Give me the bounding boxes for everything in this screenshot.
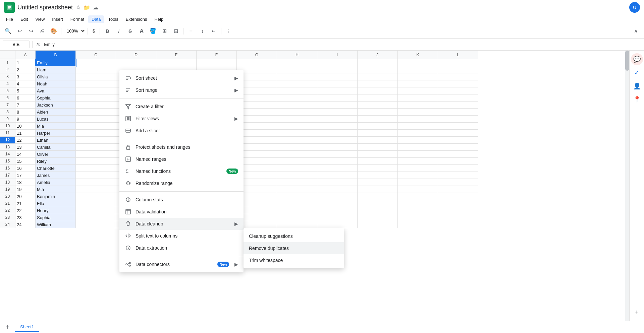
remove-duplicates-item[interactable]: Remove duplicates xyxy=(244,242,344,254)
row-number[interactable]: 13 xyxy=(0,144,15,151)
cell[interactable] xyxy=(76,87,116,94)
cell[interactable]: Jackson xyxy=(36,102,76,109)
col-header-d[interactable]: D xyxy=(116,51,156,59)
cell[interactable] xyxy=(358,102,398,109)
cell[interactable]: 7 xyxy=(15,102,36,109)
col-header-e[interactable]: E xyxy=(156,51,197,59)
cell[interactable] xyxy=(398,130,438,137)
cell[interactable]: Camila xyxy=(36,144,76,151)
row-number[interactable]: 14 xyxy=(0,151,15,158)
cell[interactable]: Mia xyxy=(36,186,76,193)
row-number[interactable]: 10 xyxy=(0,123,15,130)
cell[interactable] xyxy=(438,130,478,137)
cell[interactable] xyxy=(317,80,358,87)
cell[interactable] xyxy=(317,158,358,165)
fill-color-button[interactable]: 🪣 xyxy=(148,26,158,37)
cell[interactable] xyxy=(156,59,197,66)
menu-extensions[interactable]: Extensions xyxy=(122,15,151,23)
cell[interactable] xyxy=(76,73,116,80)
cell[interactable] xyxy=(277,221,317,228)
sidebar-maps-icon[interactable]: 📍 xyxy=(631,93,643,106)
cell[interactable]: Emily xyxy=(36,59,76,66)
named-ranges-item[interactable]: Named ranges xyxy=(119,153,244,165)
row-number[interactable]: 19 xyxy=(0,186,15,193)
zoom-select[interactable]: 100% xyxy=(63,27,86,35)
menu-help[interactable]: Help xyxy=(151,15,167,23)
cell[interactable] xyxy=(317,66,358,73)
cell[interactable] xyxy=(358,214,398,221)
cell[interactable] xyxy=(438,59,478,66)
cell[interactable] xyxy=(317,130,358,137)
strikethrough-button[interactable]: S xyxy=(125,26,136,37)
cell[interactable] xyxy=(277,66,317,73)
cell[interactable] xyxy=(358,172,398,179)
cell[interactable] xyxy=(76,158,116,165)
cell[interactable]: 3 xyxy=(15,73,36,80)
row-number[interactable]: 9 xyxy=(0,116,15,123)
cell[interactable] xyxy=(438,221,478,228)
cell[interactable]: Olivia xyxy=(36,73,76,80)
col-header-g[interactable]: G xyxy=(237,51,277,59)
cell[interactable]: 21 xyxy=(15,200,36,207)
cell[interactable] xyxy=(398,66,438,73)
cell[interactable] xyxy=(277,165,317,172)
row-number[interactable]: 22 xyxy=(0,207,15,214)
cell[interactable] xyxy=(277,137,317,144)
cell[interactable] xyxy=(358,87,398,94)
data-extraction-item[interactable]: Data extraction xyxy=(119,242,244,254)
cell[interactable]: Henry xyxy=(36,207,76,214)
col-header-a[interactable]: A xyxy=(15,51,36,59)
row-number[interactable]: 23 xyxy=(0,214,15,221)
cell[interactable] xyxy=(398,116,438,123)
data-connectors-item[interactable]: Data connectors New ▶ xyxy=(119,258,244,270)
sort-range-item[interactable]: Sort range ▶ xyxy=(119,84,244,96)
sheet-tab-1[interactable]: Sheet1 xyxy=(15,322,39,332)
row-number[interactable]: 21 xyxy=(0,200,15,207)
menu-tools[interactable]: Tools xyxy=(105,15,121,23)
cell[interactable] xyxy=(76,66,116,73)
halign-button[interactable]: ≡ xyxy=(185,26,196,37)
cell[interactable] xyxy=(317,116,358,123)
cell[interactable] xyxy=(76,172,116,179)
row-number[interactable]: 16 xyxy=(0,165,15,172)
cell[interactable] xyxy=(438,116,478,123)
cell[interactable] xyxy=(277,87,317,94)
bold-button[interactable]: B xyxy=(102,26,113,37)
cell-reference-input[interactable] xyxy=(3,41,30,48)
cell[interactable]: 22 xyxy=(15,207,36,214)
cell[interactable] xyxy=(438,137,478,144)
col-header-l[interactable]: L xyxy=(438,51,478,59)
add-sheet-button[interactable]: + xyxy=(3,323,12,332)
sidebar-add-icon[interactable]: + xyxy=(631,306,643,318)
cell[interactable] xyxy=(277,200,317,207)
more-button[interactable]: ⋮ xyxy=(223,26,234,37)
row-number[interactable]: 24 xyxy=(0,221,15,228)
column-stats-item[interactable]: Column stats xyxy=(119,194,244,206)
folder-icon[interactable]: 📁 xyxy=(84,4,90,11)
cell[interactable] xyxy=(317,200,358,207)
cell[interactable] xyxy=(76,165,116,172)
sort-sheet-item[interactable]: Sort sheet ▶ xyxy=(119,72,244,84)
cell[interactable] xyxy=(398,193,438,200)
cell[interactable] xyxy=(237,59,277,66)
cell[interactable]: 19 xyxy=(15,186,36,193)
cell[interactable]: 1 xyxy=(15,59,36,66)
print-button[interactable]: 🖨 xyxy=(37,26,48,37)
cell[interactable]: James xyxy=(36,172,76,179)
cell[interactable] xyxy=(438,94,478,102)
cell[interactable]: 8 xyxy=(15,109,36,116)
italic-button[interactable]: I xyxy=(113,26,124,37)
cell[interactable] xyxy=(76,130,116,137)
cell[interactable] xyxy=(438,66,478,73)
cell[interactable] xyxy=(76,116,116,123)
cell[interactable]: 4 xyxy=(15,80,36,87)
cell[interactable] xyxy=(358,130,398,137)
cell[interactable]: 12 xyxy=(15,137,36,144)
row-number[interactable]: 17 xyxy=(0,172,15,179)
cell[interactable] xyxy=(358,123,398,130)
menu-insert[interactable]: Insert xyxy=(49,15,66,23)
cell[interactable]: 5 xyxy=(15,87,36,94)
cell[interactable] xyxy=(398,80,438,87)
cleanup-suggestions-item[interactable]: Cleanup suggestions xyxy=(244,230,344,242)
data-validation-item[interactable]: Data validation xyxy=(119,206,244,218)
